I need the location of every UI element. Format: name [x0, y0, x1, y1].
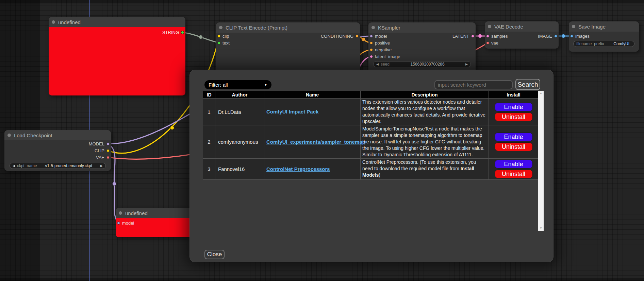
model-output-port[interactable]	[106, 142, 110, 145]
extension-table: ID Author Name Description Install 1 Dr.…	[203, 91, 539, 180]
input-slot-label: model	[122, 221, 134, 226]
clip-input-port[interactable]	[217, 35, 220, 38]
input-slot-label: images	[575, 34, 590, 39]
uninstall-button[interactable]: Uninstall	[495, 142, 533, 151]
decrement-arrow-icon[interactable]: ◀	[13, 164, 15, 168]
enable-button[interactable]: Enable	[495, 160, 533, 169]
header-id: ID	[203, 91, 215, 99]
output-slot-label: MODEL	[89, 141, 104, 146]
table-row: 1 Dr.Lt.Data ComfyUI Impact Pack This ex…	[203, 99, 539, 125]
table-scrollbar[interactable]: ▲ ▼	[538, 91, 544, 231]
extension-link[interactable]: ControlNet Preprocessors	[266, 166, 330, 172]
node-title-bar[interactable]: Save Image	[569, 21, 639, 32]
node-title-bar[interactable]: Load Checkpoint	[4, 130, 111, 140]
positive-input-port[interactable]	[370, 41, 373, 45]
image-output-port[interactable]	[554, 35, 557, 38]
output-slot-label: IMAGE	[538, 34, 552, 39]
search-button[interactable]: Search	[515, 79, 540, 90]
decrement-arrow-icon[interactable]: ◀	[376, 63, 379, 66]
node-title-text: VAE Decode	[494, 24, 523, 30]
vae-input-port[interactable]	[486, 41, 489, 45]
node-body[interactable]: clip CONDITIONING text	[216, 33, 360, 73]
chevron-down-icon: ▼	[264, 83, 267, 87]
header-name: Name	[264, 91, 361, 99]
widget-value: v1-5-pruned-emaonly.ckpt	[39, 163, 98, 168]
collapse-dot-icon[interactable]	[7, 134, 11, 137]
cell-install: Enable Uninstall	[489, 125, 539, 159]
node-save-image[interactable]: Save Image images filename_prefix ComfyU…	[569, 21, 639, 52]
cell-id: 2	[203, 125, 215, 159]
node-title-bar[interactable]: VAE Decode	[485, 21, 559, 32]
vae-output-port[interactable]	[106, 156, 110, 159]
node-ksampler[interactable]: KSampler model LATENT positive negative	[368, 22, 476, 73]
text-input-port[interactable]	[217, 41, 220, 45]
cell-install: Enable Uninstall	[489, 99, 539, 125]
node-title-bar[interactable]: CLIP Text Encode (Prompt)	[216, 22, 360, 33]
model-input-port[interactable]	[370, 35, 373, 38]
conditioning-output-port[interactable]	[356, 35, 359, 38]
table-row: 3 Fannovel16 ControlNet Preprocessors Co…	[203, 159, 539, 180]
output-slot-label: VAE	[96, 155, 104, 160]
enable-button[interactable]: Enable	[495, 103, 533, 111]
latent-output-port[interactable]	[471, 35, 474, 38]
images-input-port[interactable]	[570, 35, 573, 38]
comfyui-canvas[interactable]: undefined STRING CLIP Text Encode (Promp…	[0, 0, 644, 281]
extension-link[interactable]: ComfyUI_experiments/sampler_tonemap	[266, 139, 365, 145]
collapse-dot-icon[interactable]	[52, 20, 55, 24]
samples-input-port[interactable]	[486, 35, 489, 38]
cell-id: 1	[203, 99, 215, 125]
collapse-dot-icon[interactable]	[219, 26, 222, 29]
extension-link[interactable]: ComfyUI Impact Pack	[266, 109, 318, 115]
output-slot-label: STRING	[162, 30, 179, 35]
node-body[interactable]: model LATENT positive negative latent_im…	[368, 33, 476, 73]
widget-label: filename_prefix	[576, 41, 604, 46]
negative-input-port[interactable]	[370, 48, 373, 51]
filename-prefix-widget[interactable]: filename_prefix ComfyUI	[573, 41, 634, 47]
close-button[interactable]: Close	[204, 250, 225, 259]
output-slot-label: LATENT	[452, 34, 469, 39]
widget-value: ComfyUI	[606, 41, 631, 46]
cell-id: 3	[203, 159, 215, 180]
node-vae-decode[interactable]: VAE Decode samples IMAGE vae	[485, 21, 559, 49]
link-midpoint-dot	[362, 38, 365, 41]
uninstall-button[interactable]: Uninstall	[495, 170, 533, 178]
output-slot-label: CONDITIONING	[321, 34, 353, 39]
collapse-dot-icon[interactable]	[119, 211, 122, 215]
seed-widget[interactable]: ◀ seed 156680208700286 ▶	[373, 61, 471, 67]
node-body[interactable]: STRING	[49, 27, 185, 95]
node-clip-text-encode[interactable]: CLIP Text Encode (Prompt) clip CONDITION…	[216, 22, 360, 73]
string-output-port[interactable]	[181, 31, 184, 34]
cell-description: This extension offers various detector n…	[361, 99, 489, 125]
filter-select[interactable]: Filter: all ▼	[204, 80, 271, 89]
cell-install: Enable Uninstall	[489, 159, 539, 180]
node-body[interactable]: samples IMAGE vae	[485, 32, 559, 49]
node-title-bar[interactable]: undefined	[49, 17, 185, 27]
table-header-row: ID Author Name Description Install	[203, 91, 539, 99]
node-title-text: undefined	[58, 19, 81, 25]
node-title-text: Load Checkpoint	[14, 133, 52, 138]
latent-image-input-port[interactable]	[370, 55, 373, 58]
scroll-up-icon[interactable]: ▲	[540, 92, 542, 95]
clip-output-port[interactable]	[106, 149, 110, 152]
input-slot-label: text	[222, 40, 230, 46]
scroll-down-icon[interactable]: ▼	[540, 227, 542, 230]
model-input-port[interactable]	[117, 222, 120, 225]
enable-button[interactable]: Enable	[495, 133, 533, 141]
ckpt-name-widget[interactable]: ◀ ckpt_name v1-5-pruned-emaonly.ckpt ▶	[10, 163, 106, 169]
cell-description: ControlNet Preprocessors. (To use this e…	[361, 159, 489, 180]
increment-arrow-icon[interactable]: ▶	[465, 63, 468, 66]
extension-table-container: ID Author Name Description Install 1 Dr.…	[203, 91, 544, 231]
collapse-dot-icon[interactable]	[572, 25, 575, 28]
extension-manager-dialog: Filter: all ▼ Search ID Author Name Desc…	[189, 70, 554, 262]
header-description: Description	[361, 91, 489, 99]
node-title-bar[interactable]: KSampler	[368, 22, 476, 33]
collapse-dot-icon[interactable]	[371, 26, 375, 29]
node-undefined-top[interactable]: undefined STRING	[49, 17, 185, 95]
widget-label: ckpt_name	[17, 163, 37, 168]
search-input[interactable]	[434, 80, 513, 89]
node-title-text: Save Image	[578, 24, 606, 30]
collapse-dot-icon[interactable]	[488, 25, 491, 28]
node-load-checkpoint[interactable]: Load Checkpoint MODEL CLIP VAE ◀ ckpt_na…	[4, 130, 111, 171]
increment-arrow-icon[interactable]: ▶	[100, 164, 103, 168]
uninstall-button[interactable]: Uninstall	[495, 112, 533, 121]
